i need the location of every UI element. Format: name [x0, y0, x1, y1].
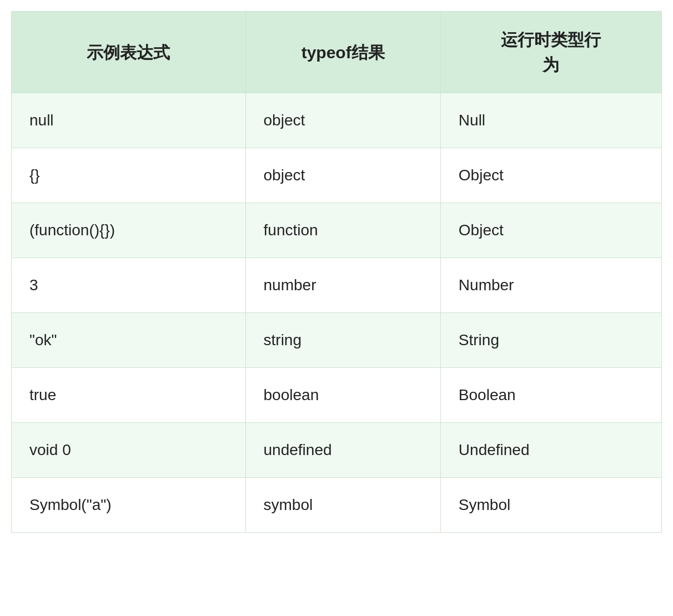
header-typeof-label: typeof结果	[302, 43, 385, 62]
cell-typeof-result: symbol	[245, 478, 440, 533]
cell-typeof-result: function	[245, 203, 440, 258]
header-runtime: 运行时类型行为	[440, 12, 661, 93]
table-row: "ok"stringString	[12, 313, 662, 368]
cell-expression: {}	[12, 148, 246, 203]
table-row: nullobjectNull	[12, 93, 662, 148]
cell-runtime-type: Object	[440, 203, 661, 258]
table-row: {}objectObject	[12, 148, 662, 203]
typeof-table: 示例表达式 typeof结果 运行时类型行为 nullobjectNull{}o…	[11, 11, 662, 533]
header-expression: 示例表达式	[12, 12, 246, 93]
table-row: void 0undefinedUndefined	[12, 423, 662, 478]
cell-runtime-type: String	[440, 313, 661, 368]
table-row: truebooleanBoolean	[12, 368, 662, 423]
cell-expression: Symbol("a")	[12, 478, 246, 533]
table-row: Symbol("a")symbolSymbol	[12, 478, 662, 533]
cell-runtime-type: Null	[440, 93, 661, 148]
cell-runtime-type: Number	[440, 258, 661, 313]
table-row: 3numberNumber	[12, 258, 662, 313]
cell-typeof-result: number	[245, 258, 440, 313]
cell-expression: true	[12, 368, 246, 423]
cell-typeof-result: string	[245, 313, 440, 368]
cell-typeof-result: object	[245, 148, 440, 203]
cell-typeof-result: object	[245, 93, 440, 148]
table-body: nullobjectNull{}objectObject(function(){…	[12, 93, 662, 533]
table-header-row: 示例表达式 typeof结果 运行时类型行为	[12, 12, 662, 93]
header-runtime-label: 运行时类型行为	[501, 31, 601, 74]
cell-expression: void 0	[12, 423, 246, 478]
cell-typeof-result: boolean	[245, 368, 440, 423]
cell-expression: null	[12, 93, 246, 148]
header-typeof: typeof结果	[245, 12, 440, 93]
cell-runtime-type: Symbol	[440, 478, 661, 533]
cell-expression: 3	[12, 258, 246, 313]
cell-expression: "ok"	[12, 313, 246, 368]
cell-runtime-type: Undefined	[440, 423, 661, 478]
cell-runtime-type: Object	[440, 148, 661, 203]
main-table-container: 示例表达式 typeof结果 运行时类型行为 nullobjectNull{}o…	[11, 11, 662, 533]
table-row: (function(){})functionObject	[12, 203, 662, 258]
cell-runtime-type: Boolean	[440, 368, 661, 423]
cell-expression: (function(){})	[12, 203, 246, 258]
cell-typeof-result: undefined	[245, 423, 440, 478]
header-expression-label: 示例表达式	[87, 43, 170, 62]
